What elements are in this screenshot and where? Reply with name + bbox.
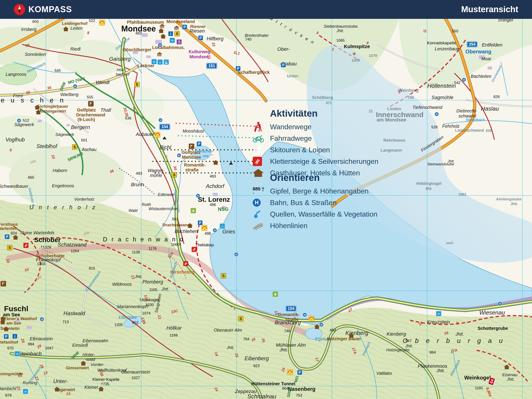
map-label: Riedelbach: [466, 118, 485, 122]
sailing-icon: [164, 59, 169, 65]
map-label: 1095: [352, 58, 360, 62]
bus-stop-icon: H: [73, 84, 77, 89]
bus-stop-icon: H: [40, 317, 44, 321]
romantikstrasse-icon: [202, 225, 207, 231]
map-label: Aubauer: [136, 132, 154, 137]
map-label: 486: [210, 203, 216, 207]
info-icon: i: [13, 334, 18, 339]
map-label: Lametschwand: [455, 128, 484, 132]
swimming-icon: ≈: [15, 351, 20, 357]
map-label: 1264: [71, 249, 79, 253]
map-label: Drachenwand: [163, 223, 190, 227]
map-label: 33: [211, 42, 216, 47]
bus-stop-icon: H: [158, 118, 163, 122]
map-label: 923: [253, 364, 260, 368]
map-label: Jhtt.: [405, 344, 413, 348]
parking-icon: P: [182, 25, 187, 30]
map-label: 555: [87, 95, 93, 99]
map-label: 12A: [167, 251, 174, 259]
map-label: Wagner-: [148, 168, 165, 173]
map-label: 27: [34, 376, 39, 381]
map-label: Wistaudermühle: [149, 207, 177, 211]
map-label: Romantik-: [184, 163, 206, 167]
map-label: 17: [348, 308, 353, 313]
map-label: Kulmspitze: [344, 44, 370, 49]
map-label: 19: [444, 331, 449, 335]
map-label: Unter-: [53, 379, 68, 384]
map-label: Kreuzstein: [427, 320, 450, 324]
map-label: 13C: [171, 309, 178, 314]
map-label: 526: [431, 125, 437, 129]
map-label: Schober: [34, 236, 61, 243]
map-label: Göschlberger: [123, 47, 151, 52]
map-label: Almbergstube: [496, 197, 521, 201]
map-label: straße: [185, 168, 199, 172]
legend-orientation-label: Quellen, Wasserfälle & Vegetation: [270, 210, 377, 218]
map-label: am Mondsee: [377, 117, 406, 122]
swimming-icon: ≈: [436, 311, 442, 317]
map-label: 10: [5, 259, 10, 264]
map-label: Breitenthaler: [245, 33, 269, 38]
map-label: 764: [243, 337, 249, 341]
map-label: Eibensee: [118, 315, 137, 319]
map-label: Siebenbaumstube.: [324, 24, 359, 28]
map-label: bachhof: [116, 72, 129, 76]
map-label: MO (Var.): [68, 76, 85, 85]
guesthouse-icon: [187, 223, 193, 228]
legend-orientation-label: Gipfel, Berge & Höhenangaben: [270, 187, 369, 195]
map-label: Hinter-: [82, 352, 95, 357]
map-label: Jhtt.: [279, 348, 288, 352]
map-label: Irrsberg: [21, 27, 37, 32]
ski-area-icon: S: [221, 273, 226, 279]
bus-stop-icon: H: [319, 323, 324, 327]
map-label: Bichl: [160, 145, 171, 150]
bus-stop-icon: H: [177, 153, 181, 158]
map-label: Jhtt.: [511, 202, 518, 206]
guesthouse-icon: [35, 105, 40, 109]
map-label: Jhtt.: [336, 29, 344, 33]
map-label: Oberwang: [465, 49, 491, 54]
map-label: Sagmühle: [431, 95, 453, 100]
map-label: U n t e r h o l z: [29, 204, 97, 210]
info-icon: i: [168, 31, 173, 36]
ski-area-icon: S: [7, 245, 13, 250]
map-label: Moar: [481, 57, 491, 61]
kompass-logo-icon: [14, 4, 25, 15]
campsite-icon: [273, 292, 278, 297]
parking-icon: P: [297, 370, 302, 375]
map-label: Riesen: [190, 29, 205, 33]
map-label: 498: [205, 232, 211, 235]
quelle-icon: [253, 209, 270, 219]
bus-stop-icon: H: [303, 313, 307, 317]
map-label: 1205: [114, 323, 123, 327]
bus-stop-icon: H: [17, 119, 21, 123]
map-label: SRW: [59, 81, 66, 91]
map-label: Jhtt.: [437, 368, 445, 373]
map-label: Kienberg: [386, 332, 406, 336]
map-label: Fehrholz: [442, 124, 460, 128]
map-label: Golfplatz: [182, 150, 201, 154]
map-label: 34: [173, 165, 177, 171]
map-label: Langmoos: [6, 72, 26, 76]
map-label: 1065: [336, 38, 345, 42]
ski-area-icon: S: [172, 172, 177, 177]
map-label: Habern: [52, 168, 67, 173]
map-label: 29: [37, 344, 42, 349]
map-label: Achdorf: [206, 184, 224, 189]
map-label: 815: [89, 266, 95, 270]
guesthouse-icon: [98, 386, 104, 391]
map-label: 994: [426, 187, 431, 191]
map-label: Stefanihof: [0, 340, 18, 344]
map-label: Fuschl: [4, 305, 28, 312]
ski-area-icon: S: [134, 82, 140, 87]
gipfel-icon: 885·†: [253, 187, 270, 195]
map-label: Schatzwand: [58, 242, 87, 247]
map-label: 1030: [146, 303, 154, 307]
bus-stop-icon: H: [158, 43, 162, 47]
map-label: 706: [408, 96, 414, 100]
map-label: 20: [20, 338, 25, 343]
legend-orientation-title: Orientieren: [270, 172, 377, 183]
map-label: 13: [66, 392, 70, 396]
map-label: Mühlauer Alm: [276, 343, 306, 348]
road-number-shield: 154: [159, 124, 170, 130]
